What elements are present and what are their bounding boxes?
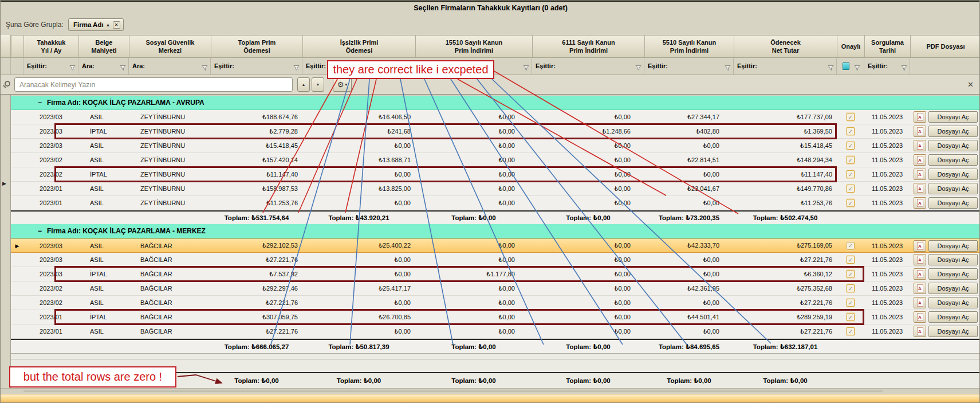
pdf-icon-button[interactable]: A [914, 197, 926, 209]
approved-checkbox[interactable]: ✓ [847, 327, 855, 335]
pdf-icon-button[interactable]: A [914, 126, 926, 137]
open-file-button[interactable]: Dosyayı Aç [928, 140, 978, 151]
approved-checkbox[interactable]: ✓ [847, 256, 855, 264]
pdf-icon-button[interactable]: A [914, 183, 926, 194]
column-header-5[interactable]: İşsizlik Primi Ödemesi [303, 36, 416, 58]
group-chip-firma-adi[interactable]: Firma Adı ▲ ✕ [68, 18, 124, 31]
open-file-button[interactable]: Dosyayı Aç [928, 169, 978, 180]
filter-cell-11[interactable]: Eşittir: [864, 58, 910, 75]
open-file-button[interactable]: Dosyayı Aç [928, 297, 978, 308]
group-header[interactable]: −Firma Adı: KOÇAK İLAÇ PAZARLAMA - MERKE… [11, 224, 980, 238]
pdf-icon-button[interactable]: A [914, 154, 926, 166]
open-file-button[interactable]: Dosyayı Aç [928, 154, 978, 166]
table-row[interactable]: 2023/03İPTALZEYTİNBURNU₺2.779,28₺241,68₺… [11, 124, 980, 139]
filter-funnel-icon[interactable] [901, 63, 907, 69]
table-row[interactable]: 2023/02ASILZEYTİNBURNU₺157.420,14₺13.688… [11, 153, 980, 167]
filter-cell-9[interactable]: Eşittir: [734, 58, 837, 75]
filter-funnel-icon[interactable] [120, 63, 126, 69]
approved-checkbox[interactable]: ✓ [847, 284, 855, 292]
table-row[interactable]: 2023/03İPTALBAĞCILAR₺7.537,92₺0,00₺1.177… [11, 267, 980, 281]
column-header-3[interactable]: Sosyal Güvenlik Merkezi [129, 36, 211, 58]
filter-cell-2[interactable]: Ara: [78, 58, 129, 75]
filter-funnel-icon[interactable] [828, 63, 834, 69]
table-row[interactable]: 2023/01ASILBAĞCILAR₺27.221,76₺0,00₺0,00₺… [11, 324, 980, 339]
table-row[interactable]: 2023/01İPTALBAĞCILAR₺307.059,75₺26.700,8… [11, 310, 980, 324]
pdf-icon-button[interactable]: A [914, 326, 926, 337]
search-next-button[interactable]: ▼ [312, 77, 324, 92]
open-file-button[interactable]: Dosyayı Aç [928, 268, 978, 280]
approved-checkbox[interactable]: ✓ [847, 299, 855, 307]
filter-funnel-icon[interactable] [202, 63, 208, 69]
column-header-6[interactable]: 15510 Sayılı Kanun Prim İndirimi [416, 36, 533, 58]
filter-funnel-icon[interactable] [725, 63, 731, 69]
open-file-button[interactable]: Dosyayı Aç [928, 111, 978, 123]
column-header-2[interactable]: Belge Mahiyeti [79, 36, 129, 58]
table-row[interactable]: 2023/02ASILBAĞCILAR₺292.297,46₺25.417,17… [11, 281, 980, 296]
filter-funnel-icon[interactable] [293, 63, 300, 69]
pdf-icon-button[interactable]: A [914, 140, 926, 151]
column-header-4[interactable]: Toplam Prim Ödemesi [211, 36, 303, 58]
table-row[interactable]: 2023/03ASILZEYTİNBURNU₺15.418,45₺0,00₺0,… [11, 139, 980, 153]
open-file-button[interactable]: Dosyayı Aç [928, 197, 978, 209]
collapse-icon[interactable]: − [38, 99, 42, 107]
table-row[interactable]: 2023/03ASILZEYTİNBURNU₺188.674,76₺16.406… [11, 110, 980, 124]
remove-group-icon[interactable]: ✕ [113, 21, 120, 29]
filter-cell-8[interactable]: Eşittir: [644, 58, 734, 75]
group-header[interactable]: −Firma Adı: KOÇAK İLAÇ PAZARLAMA - AVRUP… [11, 96, 980, 110]
open-file-button[interactable]: Dosyayı Aç [928, 254, 978, 265]
filter-funnel-icon[interactable] [635, 63, 641, 69]
column-header-8[interactable]: 5510 Sayılı Kanun Prim İndirimi [645, 36, 734, 58]
column-header-1[interactable]: Tahakkuk Yıl / Ay [24, 36, 79, 58]
column-header-10[interactable]: Onaylı [837, 36, 865, 58]
approved-checkbox[interactable]: ✓ [847, 242, 855, 250]
filter-cell-10[interactable] [837, 58, 864, 75]
open-file-button[interactable]: Dosyayı Aç [928, 126, 978, 137]
pdf-icon-button[interactable]: A [914, 240, 926, 252]
close-search-icon[interactable]: ✕ [967, 80, 974, 89]
table-row[interactable]: 2023/01ASILZEYTİNBURNU₺11.253,76₺0,00₺0,… [11, 196, 980, 210]
approved-checkbox[interactable]: ✓ [847, 156, 855, 164]
table-row[interactable]: 2023/02İPTALZEYTİNBURNU₺11.147,40₺0,00₺0… [11, 167, 980, 182]
approved-checkbox[interactable]: ✓ [847, 142, 855, 150]
open-file-button[interactable]: Dosyayı Aç [928, 283, 978, 294]
table-row[interactable]: 2023/03ASILBAĞCILAR₺27.221,76₺0,00₺0,00₺… [11, 253, 980, 267]
open-file-button[interactable]: Dosyayı Aç [928, 183, 978, 194]
filter-funnel-icon[interactable] [69, 63, 76, 69]
horizontal-scrollbar[interactable] [1, 388, 980, 394]
approved-checkbox[interactable]: ✓ [847, 313, 855, 321]
approved-checkbox[interactable]: ✓ [847, 185, 855, 193]
filter-cell-7[interactable]: Eşittir: [532, 58, 644, 75]
open-file-button[interactable]: Dosyayı Aç [928, 240, 978, 252]
pdf-icon-button[interactable]: A [914, 169, 926, 180]
approved-checkbox[interactable]: ✓ [847, 170, 855, 178]
filter-cell-12[interactable] [910, 58, 980, 75]
pdf-icon-button[interactable]: A [914, 283, 926, 294]
approved-checkbox[interactable]: ✓ [847, 270, 855, 278]
column-header-9[interactable]: Ödenecek Net Tutar [734, 36, 837, 58]
column-header-7[interactable]: 6111 Sayılı Kanun Prim İndirimi [533, 36, 645, 58]
table-row[interactable]: ▶2023/03ASILBAĞCILAR₺292.102,53₺25.400,2… [11, 238, 980, 253]
search-input[interactable] [14, 77, 293, 92]
approved-checkbox[interactable]: ✓ [847, 113, 855, 121]
column-header-12[interactable]: PDF Dosyası [911, 36, 980, 58]
pdf-icon-button[interactable]: A [914, 311, 926, 323]
checkbox-filter-icon[interactable] [843, 62, 849, 70]
left-collapse-strip[interactable]: ▶ [1, 95, 11, 388]
filter-cell-4[interactable]: Eşittir: [211, 58, 302, 75]
pdf-icon-button[interactable]: A [914, 268, 926, 280]
open-file-button[interactable]: Dosyayı Aç [928, 326, 978, 337]
filter-funnel-icon[interactable] [854, 63, 860, 69]
filter-cell-3[interactable]: Ara: [129, 58, 211, 75]
filter-cell-1[interactable]: Eşittir: [23, 58, 78, 75]
approved-checkbox[interactable]: ✓ [847, 199, 855, 207]
approved-checkbox[interactable]: ✓ [847, 127, 855, 135]
collapse-icon[interactable]: − [38, 227, 42, 235]
pdf-icon-button[interactable]: A [914, 111, 926, 123]
search-options-button[interactable]: ⚙▾ [333, 77, 352, 92]
search-prev-button[interactable]: ▲ [297, 77, 310, 92]
filter-funnel-icon[interactable] [523, 63, 529, 69]
pdf-icon-button[interactable]: A [914, 297, 926, 308]
pdf-icon-button[interactable]: A [914, 254, 926, 265]
open-file-button[interactable]: Dosyayı Aç [928, 311, 978, 323]
column-header-11[interactable]: Sorgulama Tarihi [865, 36, 911, 58]
